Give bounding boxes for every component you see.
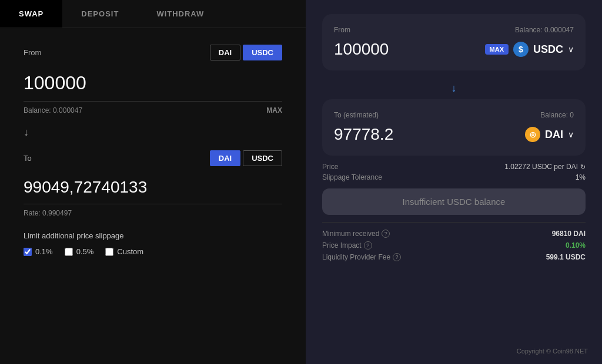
to-dai-button[interactable]: DAI <box>210 150 240 166</box>
price-value: 1.02272 USDC per DAI ↻ <box>504 163 586 171</box>
dai-symbol: ◎ <box>530 130 536 139</box>
price-impact-label: Price Impact ? <box>322 241 372 250</box>
slippage-section: Limit additional price slippage 0.1% 0.5… <box>24 231 282 256</box>
from-currency-name: USDC <box>533 43 563 56</box>
minimum-received-text: Minimum received <box>322 230 379 238</box>
price-impact-info-icon[interactable]: ? <box>364 241 372 250</box>
to-currency-name: DAI <box>545 129 563 141</box>
slippage-tolerance-row: Slippage Tolerance 1% <box>322 173 586 181</box>
to-card-header: To (estimated) Balance: 0 <box>334 111 574 119</box>
from-card-header: From Balance: 0.000047 <box>334 26 574 34</box>
from-card: From Balance: 0.000047 100000 MAX $ USDC… <box>322 14 586 70</box>
from-dai-button[interactable]: DAI <box>210 45 240 60</box>
to-card-currency: ◎ DAI ∨ <box>525 127 574 142</box>
to-currency-buttons: DAI USDC <box>210 150 282 166</box>
from-currency-dropdown-icon[interactable]: ∨ <box>568 45 574 54</box>
slippage-01-option[interactable]: 0.1% <box>24 247 53 256</box>
right-panel: From Balance: 0.000047 100000 MAX $ USDC… <box>306 0 602 364</box>
from-max-button[interactable]: MAX <box>266 106 282 114</box>
slippage-custom-label: Custom <box>117 247 143 256</box>
swap-direction-arrow: ↓ <box>322 82 586 95</box>
from-card-label: From <box>334 26 350 34</box>
rate-text: Rate: 0.990497 <box>24 209 282 217</box>
swap-arrow: ↓ <box>24 126 282 139</box>
usdc-symbol: $ <box>519 45 523 54</box>
liquidity-fee-info-icon[interactable]: ? <box>393 253 401 261</box>
price-impact-text: Price Impact <box>322 241 362 250</box>
from-label: From <box>24 48 41 57</box>
price-label: Price <box>322 163 338 171</box>
action-button[interactable]: Insufficient USDC balance <box>322 188 586 215</box>
slippage-tolerance-value: 1% <box>576 173 586 181</box>
price-impact-value: 0.10% <box>566 241 586 250</box>
from-amount-input[interactable] <box>24 68 282 99</box>
price-text: 1.02272 USDC per DAI <box>504 163 578 171</box>
to-usdc-button[interactable]: USDC <box>243 150 282 166</box>
tab-deposit[interactable]: DEPOSIT <box>62 0 138 28</box>
from-section-header: From DAI USDC <box>24 45 282 60</box>
liquidity-fee-label: Liquidity Provider Fee ? <box>322 253 401 261</box>
from-card-max[interactable]: MAX <box>485 44 509 55</box>
slippage-01-label: 0.1% <box>35 247 53 256</box>
slippage-title: Limit additional price slippage <box>24 231 282 240</box>
to-currency-dropdown-icon[interactable]: ∨ <box>568 130 574 139</box>
to-card-amount-row: 97778.2 ◎ DAI ∨ <box>334 125 574 144</box>
slippage-05-option[interactable]: 0.5% <box>65 247 94 256</box>
dai-icon: ◎ <box>525 127 540 142</box>
from-card-amount-row: 100000 MAX $ USDC ∨ <box>334 40 574 59</box>
slippage-tolerance-label: Slippage Tolerance <box>322 173 382 181</box>
usdc-icon: $ <box>513 42 529 57</box>
slippage-05-checkbox[interactable] <box>65 248 73 256</box>
to-card: To (estimated) Balance: 0 97778.2 ◎ DAI … <box>322 99 586 156</box>
from-card-currency: MAX $ USDC ∨ <box>485 42 574 57</box>
to-section-header: To DAI USDC <box>24 150 282 166</box>
to-amount-display: 99049,72740133 <box>24 173 282 201</box>
from-divider <box>24 101 282 102</box>
from-balance-row: Balance: 0.000047 MAX <box>24 106 282 114</box>
slippage-custom-option[interactable]: Custom <box>105 247 143 256</box>
slippage-custom-checkbox[interactable] <box>105 248 113 256</box>
from-card-amount: 100000 <box>334 40 389 59</box>
details-section: Minimum received ? 96810 DAI Price Impac… <box>322 222 586 265</box>
liquidity-fee-value: 599.1 USDC <box>546 253 586 261</box>
minimum-received-label: Minimum received ? <box>322 230 390 238</box>
minimum-received-info-icon[interactable]: ? <box>382 230 390 238</box>
minimum-received-value: 96810 DAI <box>552 230 586 238</box>
to-divider <box>24 204 282 204</box>
liquidity-fee-text: Liquidity Provider Fee <box>322 253 390 261</box>
minimum-received-row: Minimum received ? 96810 DAI <box>322 230 586 238</box>
refresh-icon[interactable]: ↻ <box>580 163 586 171</box>
from-balance-label: Balance: 0.000047 <box>24 106 82 114</box>
tab-swap[interactable]: SWAP <box>0 0 62 28</box>
price-row: Price 1.02272 USDC per DAI ↻ <box>322 163 586 171</box>
left-panel: SWAP DEPOSIT WITHDRAW From DAI USDC Bala… <box>0 0 306 364</box>
tab-withdraw[interactable]: WITHDRAW <box>138 0 223 28</box>
to-label: To <box>24 154 32 163</box>
tab-bar: SWAP DEPOSIT WITHDRAW <box>0 0 306 28</box>
to-card-label: To (estimated) <box>334 111 379 119</box>
left-content: From DAI USDC Balance: 0.000047 MAX ↓ To… <box>0 28 306 364</box>
from-currency-buttons: DAI USDC <box>210 45 282 60</box>
price-impact-row: Price Impact ? 0.10% <box>322 241 586 250</box>
to-card-amount: 97778.2 <box>334 125 393 144</box>
liquidity-fee-row: Liquidity Provider Fee ? 599.1 USDC <box>322 253 586 261</box>
slippage-01-checkbox[interactable] <box>24 248 32 256</box>
slippage-05-label: 0.5% <box>76 247 94 256</box>
from-usdc-button[interactable]: USDC <box>243 45 282 60</box>
from-card-balance: Balance: 0.000047 <box>515 26 574 34</box>
copyright: Copyright © Coin98.NET <box>507 343 597 359</box>
slippage-options: 0.1% 0.5% Custom <box>24 247 282 256</box>
to-card-balance: Balance: 0 <box>540 111 574 119</box>
